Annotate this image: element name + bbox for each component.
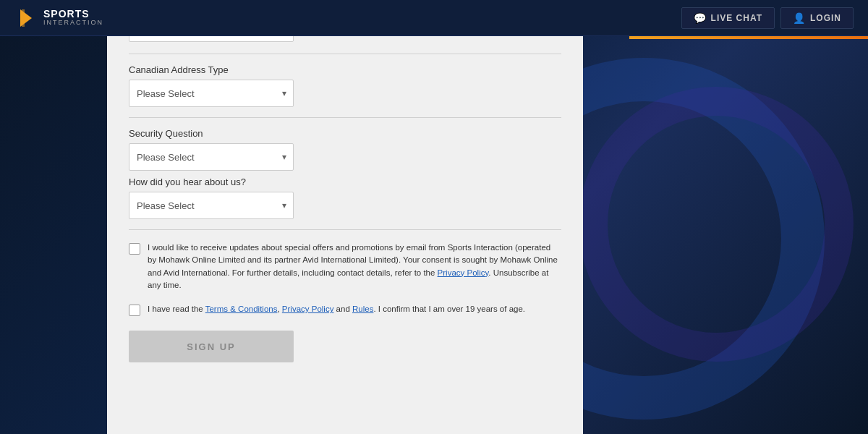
header: SPORTS INTERACTION LIVE CHAT LOGIN (0, 0, 868, 36)
privacy-policy-link-1[interactable]: Privacy Policy (438, 268, 489, 277)
logo-text: SPORTS INTERACTION (43, 9, 103, 27)
how-did-you-hear-select[interactable]: Please Select (129, 192, 294, 219)
background-arc-2 (579, 87, 854, 362)
canadian-address-type-select[interactable]: Please Select (129, 80, 294, 107)
security-question-group: Security Question Please Select ▾ (129, 128, 561, 171)
terms-text-after: . I confirm that I am over 19 years of a… (373, 305, 525, 313)
sports-interaction-logo-icon (14, 7, 38, 30)
logo: SPORTS INTERACTION (14, 7, 103, 30)
security-question-select[interactable]: Please Select (129, 143, 294, 171)
promotions-checkbox-text: I would like to receive updates about sp… (148, 242, 561, 292)
login-button[interactable]: LOGIN (780, 7, 854, 29)
promotions-checkbox[interactable] (129, 243, 140, 255)
form-inner: Canadian Address Type Please Select ▾ Se… (107, 0, 583, 391)
logo-interaction: INTERACTION (43, 20, 103, 27)
live-chat-label: LIVE CHAT (711, 13, 762, 23)
svg-rect-1 (22, 9, 25, 27)
rules-link[interactable]: Rules (352, 305, 373, 313)
login-icon (793, 12, 806, 24)
chat-icon (694, 12, 707, 24)
how-did-you-hear-wrapper: Please Select ▾ (129, 192, 294, 219)
form-container: Canadian Address Type Please Select ▾ Se… (107, 0, 583, 434)
live-chat-button[interactable]: LIVE CHAT (681, 7, 775, 29)
terms-checkbox-row: I have read the Terms & Conditions, Priv… (129, 303, 561, 316)
logo-sports: SPORTS (43, 9, 103, 20)
login-label: LOGIN (810, 13, 841, 23)
terms-text-mid2: and (333, 305, 352, 313)
terms-conditions-link[interactable]: Terms & Conditions (205, 305, 278, 313)
privacy-policy-link-2[interactable]: Privacy Policy (282, 305, 334, 313)
security-question-label: Security Question (129, 128, 561, 139)
orange-accent-bar (629, 36, 868, 39)
header-buttons: LIVE CHAT LOGIN (681, 7, 854, 29)
how-did-you-hear-label: How did you hear about us? (129, 176, 561, 187)
promotions-checkbox-row: I would like to receive updates about sp… (129, 242, 561, 292)
divider-3 (129, 229, 561, 230)
terms-checkbox-text: I have read the Terms & Conditions, Priv… (148, 303, 525, 315)
how-did-you-hear-group: How did you hear about us? Please Select… (129, 176, 561, 219)
canadian-address-type-wrapper: Please Select ▾ (129, 80, 294, 107)
divider-1 (129, 54, 561, 54)
canadian-address-type-label: Canadian Address Type (129, 64, 561, 75)
canadian-address-type-group: Canadian Address Type Please Select ▾ (129, 64, 561, 107)
terms-checkbox[interactable] (129, 305, 140, 316)
security-question-wrapper: Please Select ▾ (129, 143, 294, 171)
checkbox-section: I would like to receive updates about sp… (129, 242, 561, 316)
terms-text-before: I have read the (148, 305, 205, 313)
divider-2 (129, 117, 561, 118)
signup-button[interactable]: SIGN UP (129, 331, 294, 362)
